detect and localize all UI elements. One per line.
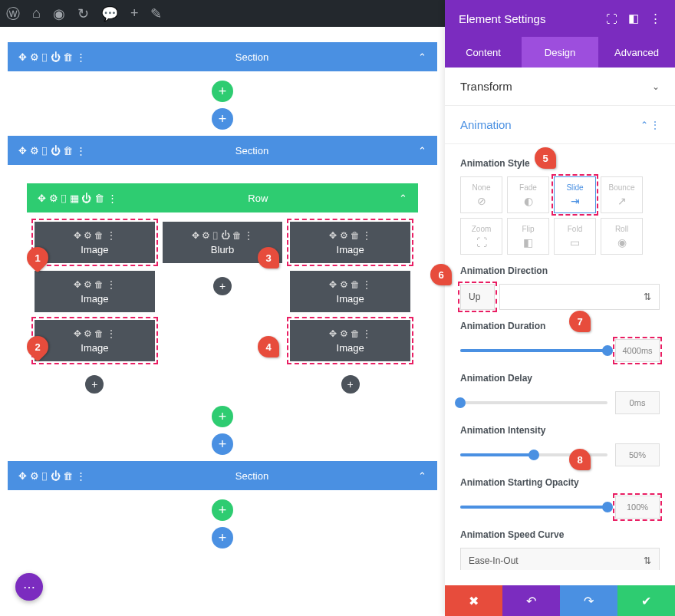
save-button[interactable]: ✔	[617, 585, 675, 616]
chevron-up-icon: ⌃ ⋮	[640, 120, 660, 130]
section-title: Section	[86, 145, 418, 156]
fab-more-button[interactable]: ⋯	[15, 573, 43, 601]
callout-7: 7	[569, 311, 591, 332]
field-label: Animation Intensity	[460, 425, 660, 436]
speed-curve-select[interactable]: Ease-In-Out⇅	[460, 548, 660, 570]
flip-icon: ◧	[523, 236, 533, 249]
field-label: Animation Starting Opacity	[460, 477, 660, 488]
add-section-button[interactable]: +	[212, 108, 233, 130]
zoom-icon: ⛶	[476, 236, 487, 249]
delay-value[interactable]: 0ms	[615, 391, 660, 414]
style-zoom[interactable]: Zoom⛶	[460, 218, 502, 255]
builder-canvas: ✥ ⚙ ⌷ ⏻ 🗑 ⋮ Section ⌃ + + ✥ ⚙ ⌷ ⏻ 🗑 ⋮ Se…	[0, 27, 445, 616]
add-module-button[interactable]: +	[85, 375, 104, 394]
chevron-down-icon: ⌄	[652, 81, 660, 92]
pencil-icon[interactable]: ✎	[150, 5, 162, 22]
add-row-button[interactable]: +	[212, 406, 233, 427]
style-slide[interactable]: Slide⇥	[554, 176, 596, 213]
settings-panel: Element Settings ⛶ ◧ ⋮ Content Design Ad…	[445, 0, 675, 616]
chevron-up-icon[interactable]: ⌃	[418, 51, 426, 63]
column: ✥ ⚙ 🗑 ⋮Image ✥ ⚙ 🗑 ⋮Image ✥ ⚙ 🗑 ⋮Image +	[290, 222, 410, 400]
row-title: Row	[117, 193, 399, 204]
chevron-up-icon[interactable]: ⌃	[418, 470, 426, 482]
field-label: Animation Direction	[460, 265, 660, 276]
transform-section[interactable]: Transform ⌄	[445, 68, 675, 106]
add-row-button[interactable]: +	[212, 499, 233, 521]
opacity-slider[interactable]	[460, 506, 608, 509]
style-flip[interactable]: Flip◧	[507, 218, 549, 255]
field-label: Animation Delay	[460, 373, 660, 384]
style-roll[interactable]: Roll◉	[601, 218, 643, 255]
callout-5: 5	[535, 147, 556, 169]
add-row-button[interactable]: +	[212, 81, 233, 102]
roll-icon: ◉	[617, 236, 627, 249]
redo-button[interactable]: ↷	[560, 585, 617, 616]
animation-direction-select-full[interactable]: ⇅	[499, 284, 660, 310]
wordpress-icon[interactable]: ⓦ	[6, 5, 20, 23]
tab-design[interactable]: Design	[522, 37, 598, 68]
add-section-button[interactable]: +	[212, 433, 233, 455]
animation-style-grid: None⊘ Fade◐ Slide⇥ Bounce↗ Zoom⛶ Flip◧ F…	[460, 176, 660, 255]
intensity-value[interactable]: 50%	[615, 443, 660, 466]
style-fade[interactable]: Fade◐	[507, 176, 549, 213]
section-bar[interactable]: ✥ ⚙ ⌷ ⏻ 🗑 ⋮ Section ⌃	[8, 42, 437, 71]
more-icon[interactable]: ⋮	[650, 12, 661, 25]
module-image[interactable]: ✥ ⚙ 🗑 ⋮Image	[35, 271, 155, 312]
style-fold[interactable]: Fold▭	[554, 218, 596, 255]
duration-slider[interactable]	[460, 349, 608, 352]
module-image[interactable]: ✥ ⚙ 🗑 ⋮Image	[35, 320, 155, 361]
field-label: Animation Style	[460, 158, 660, 169]
fade-icon: ◐	[524, 195, 533, 207]
section-bar[interactable]: ✥ ⚙ ⌷ ⏻ 🗑 ⋮ Section ⌃	[8, 136, 437, 165]
row-bar[interactable]: ✥ ⚙ ⌷ ▦ ⏻ 🗑 ⋮ Row ⌃	[27, 183, 418, 212]
close-button[interactable]: ✖	[445, 585, 502, 616]
add-module-button[interactable]: +	[213, 277, 232, 295]
module-image[interactable]: ✥ ⚙ 🗑 ⋮Image	[290, 320, 410, 361]
section-bar[interactable]: ✥ ⚙ ⌷ ⏻ 🗑 ⋮ Section ⌃	[8, 461, 437, 490]
panel-title: Element Settings	[459, 12, 545, 25]
dropdown-icon: ⇅	[644, 292, 651, 302]
refresh-icon[interactable]: ↻	[77, 5, 89, 22]
field-label: Animation Duration	[460, 321, 660, 331]
section-title: Section	[86, 470, 418, 482]
duration-value[interactable]: 4000ms	[615, 339, 660, 362]
row-content: ✥ ⚙ 🗑 ⋮Image ✥ ⚙ 🗑 ⋮Image ✥ ⚙ 🗑 ⋮Image +…	[35, 222, 410, 400]
slide-icon: ⇥	[571, 195, 580, 207]
module-image[interactable]: ✥ ⚙ 🗑 ⋮Image	[290, 271, 410, 312]
tab-content[interactable]: Content	[445, 37, 522, 68]
panel-body: Transform ⌄ Animation ⌃ ⋮ Animation Styl…	[445, 68, 675, 570]
panel-tabs: Content Design Advanced	[445, 37, 675, 68]
chevron-up-icon[interactable]: ⌃	[418, 145, 426, 156]
none-icon: ⊘	[477, 195, 486, 207]
panel-header: Element Settings ⛶ ◧ ⋮	[445, 0, 675, 37]
sidebar-icon[interactable]: ◧	[628, 12, 639, 25]
opacity-value[interactable]: 100%	[615, 496, 660, 519]
dashboard-icon[interactable]: ◉	[53, 5, 65, 22]
delay-slider[interactable]	[460, 401, 608, 404]
add-module-button[interactable]: +	[341, 375, 360, 394]
section-title: Section	[86, 51, 418, 63]
callout-4: 4	[258, 336, 279, 357]
fullscreen-icon[interactable]: ⛶	[606, 12, 617, 25]
undo-button[interactable]: ↶	[502, 585, 560, 616]
callout-3: 3	[258, 247, 279, 268]
tab-advanced[interactable]: Advanced	[598, 37, 675, 68]
style-none[interactable]: None⊘	[460, 176, 502, 213]
field-label: Animation Speed Curve	[460, 529, 660, 540]
animation-direction-select[interactable]: Up	[460, 284, 495, 310]
callout-8: 8	[569, 449, 591, 470]
add-section-button[interactable]: +	[212, 527, 233, 548]
module-image[interactable]: ✥ ⚙ 🗑 ⋮Image	[35, 222, 155, 263]
chevron-up-icon[interactable]: ⌃	[399, 193, 407, 204]
dropdown-icon: ⇅	[644, 555, 651, 566]
module-image[interactable]: ✥ ⚙ 🗑 ⋮Image	[290, 222, 410, 263]
animation-section[interactable]: Animation ⌃ ⋮	[445, 106, 675, 144]
comment-icon[interactable]: 💬	[101, 5, 118, 22]
callout-6: 6	[430, 264, 452, 285]
panel-footer: ✖ ↶ ↷ ✔	[445, 585, 675, 616]
style-bounce[interactable]: Bounce↗	[601, 176, 643, 213]
bounce-icon: ↗	[617, 195, 627, 207]
home-icon[interactable]: ⌂	[32, 5, 41, 21]
column: ✥ ⚙ 🗑 ⋮Image ✥ ⚙ 🗑 ⋮Image ✥ ⚙ 🗑 ⋮Image +	[35, 222, 155, 400]
plus-icon[interactable]: +	[130, 5, 139, 21]
